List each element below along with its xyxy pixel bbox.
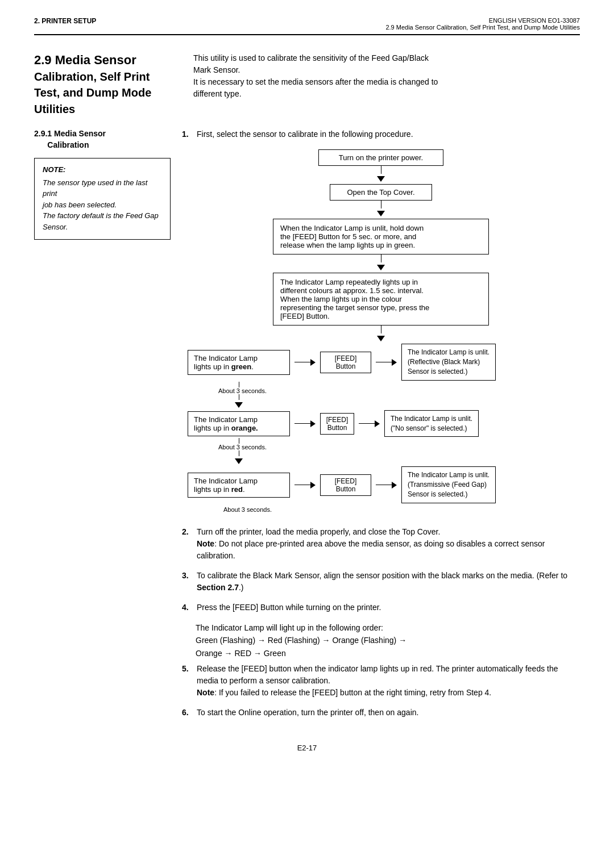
branch-1-about [188,382,580,387]
branch-2-row: The Indicator Lamp lights up in orange. … [188,410,580,437]
right-column: 1. First, select the sensor to calibrate… [182,128,580,727]
branch-1-feed-button: [FEED] Button [320,352,371,373]
page-header: 2. PRINTER SETUP ENGLISH VERSION EO1-330… [34,17,580,35]
step-6-text: To start the Online operation, turn the … [197,707,580,719]
step-2: 2. Turn off the printer, load the media … [182,526,580,562]
content-area: 2.9.1 Media Sensor Calibration NOTE: The… [34,128,580,727]
branch-1-about-label: About 3 seconds. [188,387,580,394]
page-footer: E2-17 [34,744,580,752]
step-6: 6. To start the Online operation, turn t… [182,707,580,719]
step-3-text: To calibrate the Black Mark Sensor, alig… [197,570,580,594]
branch-2-about-area [188,438,580,444]
steps-list: 2. Turn off the printer, load the media … [182,526,580,719]
branch-1-left-box: The Indicator Lamp lights up in green. [188,350,290,375]
step-6-num: 6. [182,707,192,719]
section-2-9-heading: 2.9 Media Sensor Calibration, Self Print… [34,52,580,117]
arrow-down-2 [377,211,385,216]
flowchart-box-4: The Indicator Lamp repeatedly lights up … [273,273,489,326]
page-number: E2-17 [297,744,317,752]
note-title: NOTE: [43,165,162,174]
left-column: 2.9.1 Media Sensor Calibration NOTE: The… [34,128,171,727]
section-title-block: 2.9 Media Sensor Calibration, Self Print… [34,52,193,117]
step-2-num: 2. [182,526,192,562]
step-4-num: 4. [182,602,192,614]
branch-1-row: The Indicator Lamp lights up in green. [… [188,344,580,380]
arrow-right-2 [294,420,316,427]
branch-3-feed-button: [FEED] Button [320,474,371,496]
step-1-num: 1. [182,128,192,140]
branch-2-arrow-head [235,456,580,466]
arrow-right-3 [294,482,316,489]
flowchart-box-1: Turn on the printer power. [318,149,443,166]
arrow-down-4 [377,336,385,341]
step-1: 1. First, select the sensor to calibrate… [182,128,580,140]
branch-1-arrow-head [235,400,580,410]
step-2-text: Turn off the printer, load the media pro… [197,526,580,562]
flowchart-box-2: Open the Top Cover. [330,184,432,201]
section-description: This utility is used to calibrate the se… [193,52,580,117]
flowchart: Turn on the printer power. Open the Top … [182,149,580,514]
step-1-text: First, select the sensor to calibrate in… [197,128,580,140]
flowchart-box-3: When the Indicator Lamp is unlit, hold d… [273,219,489,254]
arrow-right-1 [294,359,316,366]
arrow-right-2b [359,420,380,427]
arrow-down-1 [377,176,385,182]
arrow-right-1b [376,359,397,366]
arrow-right-3b [376,482,397,489]
header-right: ENGLISH VERSION EO1-33087 2.9 Media Sens… [385,17,580,31]
step-4-text: Press the [FEED] Button while turning on… [197,602,580,614]
step-4-indent: The Indicator Lamp will light up in the … [196,621,580,660]
step-5-num: 5. [182,663,192,699]
step-2-note-label: Note [197,539,214,548]
section-number-title: 2.9 Media Sensor Calibration, Self Print… [34,52,193,117]
note-box: NOTE: The sensor type used in the last p… [34,158,171,240]
step-5-note-label: Note [197,688,214,697]
page: 2. PRINTER SETUP ENGLISH VERSION EO1-330… [0,0,614,868]
branch-2-arrow-down [188,450,580,456]
step-3: 3. To calibrate the Black Mark Sensor, a… [182,570,580,594]
subsection-heading: 2.9.1 Media Sensor Calibration [34,128,171,151]
step-5: 5. Release the [FEED] button when the in… [182,663,580,699]
step-4: 4. Press the [FEED] Button while turning… [182,602,580,614]
branch-2-about-label: About 3 seconds. [188,444,580,450]
header-section-label: 2. PRINTER SETUP [34,17,96,25]
branch-2-left-box: The Indicator Lamp lights up in orange. [188,411,290,436]
branch-3-row: The Indicator Lamp lights up in red. [FE… [188,466,580,503]
step-5-text: Release the [FEED] button when the indic… [197,663,580,699]
header-version: ENGLISH VERSION EO1-33087 [385,17,580,24]
arrow-down-3 [377,265,385,270]
branch-1-right-box: The Indicator Lamp is unlit. (Reflective… [401,344,496,380]
step-3-num: 3. [182,570,192,594]
header-section-title: 2.9 Media Sensor Calibration, Self Print… [385,24,580,31]
branch-2-feed-button: [FEED] Button [320,413,354,435]
branch-1-arrow-down [188,394,580,400]
note-body: The sensor type used in the last print j… [43,177,162,233]
branch-3-right-box: The Indicator Lamp is unlit. (Transmissi… [401,466,496,503]
branch-3-left-box: The Indicator Lamp lights up in red. [188,473,290,498]
branch-2-right-box: The Indicator Lamp is unlit. ("No sensor… [384,410,479,437]
branch-3-about-label: About 3 seconds. [188,504,580,515]
